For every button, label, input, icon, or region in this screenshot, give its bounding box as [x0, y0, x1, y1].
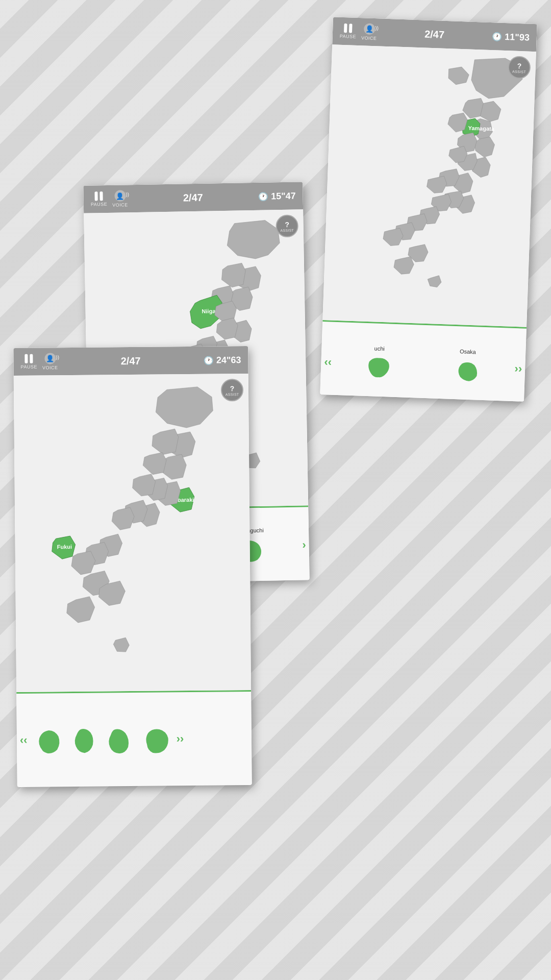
- choice-item-osaka[interactable]: Osaka: [422, 345, 512, 388]
- card1-map[interactable]: ? ASSIST Yamagata: [322, 44, 536, 327]
- svg-text:Yamagata: Yamagata: [468, 125, 495, 132]
- next-arrow-2[interactable]: ›: [299, 538, 309, 551]
- pause-button-3[interactable]: PAUSE: [20, 354, 37, 370]
- japan-map-1: Yamagata: [322, 44, 536, 327]
- card1-choices: ‹‹ uchi Osaka ››: [320, 320, 527, 402]
- voice-button-3[interactable]: 👤)) VOICE: [42, 353, 58, 370]
- score-display-3: 2/47: [63, 354, 198, 367]
- quiz-card-3: PAUSE 👤)) VOICE 2/47 🕐 24"63 ? ASSIST: [13, 346, 252, 787]
- next-arrow-1[interactable]: ››: [511, 361, 525, 375]
- voice-button-2[interactable]: 👤)) VOICE: [112, 190, 128, 208]
- pause-button[interactable]: PAUSE: [340, 23, 357, 39]
- choice-item-uchi[interactable]: uchi: [334, 342, 424, 385]
- choice-shape-osaka: [452, 356, 483, 385]
- card3-map[interactable]: ? ASSIST Ibaraki Fukui: [14, 374, 251, 692]
- voice-icon-3: 👤)): [44, 353, 56, 364]
- clock-icon-2: 🕐: [258, 191, 268, 201]
- prev-arrow-1[interactable]: ‹‹: [321, 355, 335, 369]
- choice-item-4[interactable]: [137, 723, 173, 755]
- assist-question-mark-2: ?: [285, 220, 289, 228]
- next-arrow-3[interactable]: ››: [173, 732, 187, 745]
- card2-header: PAUSE 👤)) VOICE 2/47 🕐 15"47: [83, 182, 303, 213]
- quiz-card-1: PAUSE 👤)) VOICE 2/47 🕐 11"93 ? ASSIST: [320, 17, 537, 402]
- voice-icon-2: 👤)): [114, 190, 126, 201]
- timer-display: 🕐 11"93: [492, 31, 530, 43]
- score-display: 2/47: [382, 27, 487, 42]
- choice-shape-3: [104, 725, 135, 753]
- japan-map-3: Ibaraki Fukui: [14, 374, 251, 692]
- choice-shape-uchi: [363, 353, 394, 382]
- voice-button[interactable]: 👤)) VOICE: [361, 23, 378, 41]
- prev-arrow-3[interactable]: ‹‹: [17, 733, 31, 747]
- choice-shape-2: [68, 725, 99, 754]
- choice-item-3[interactable]: [102, 723, 138, 755]
- assist-question-mark-3: ?: [230, 384, 235, 393]
- assist-question-mark: ?: [517, 61, 521, 69]
- voice-icon: 👤)): [363, 23, 375, 35]
- assist-button-3[interactable]: ? ASSIST: [221, 379, 243, 401]
- choice-item-1[interactable]: [30, 724, 66, 756]
- choice-item-2[interactable]: [66, 723, 102, 756]
- clock-icon: 🕐: [492, 32, 503, 42]
- choice-shape-4: [140, 725, 170, 753]
- card3-header: PAUSE 👤)) VOICE 2/47 🕐 24"63: [13, 346, 248, 376]
- svg-text:Fukui: Fukui: [57, 544, 72, 550]
- score-display-2: 2/47: [133, 191, 253, 205]
- timer-display-3: 🕐 24"63: [204, 355, 241, 366]
- timer-display-2: 🕐 15"47: [258, 190, 296, 202]
- choice-shape-1: [33, 726, 63, 754]
- card3-choices: ‹‹ ››: [16, 690, 252, 787]
- clock-icon-3: 🕐: [204, 355, 214, 365]
- pause-button-2[interactable]: PAUSE: [90, 191, 107, 207]
